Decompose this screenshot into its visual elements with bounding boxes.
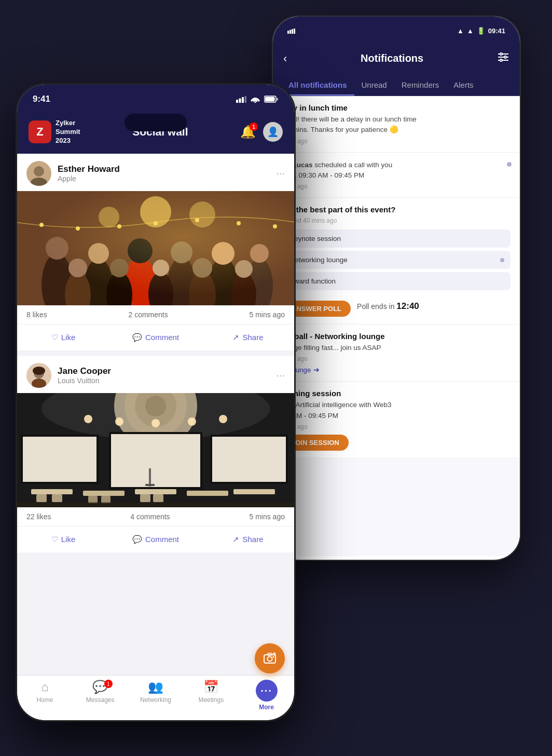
front-phone: 9:41 Z Zylker Summit 2023 Social wall bbox=[16, 83, 296, 722]
unread-dot bbox=[507, 162, 512, 167]
post2-comment-btn[interactable]: 💬 Comment bbox=[109, 532, 202, 547]
wifi-icon: ▲ bbox=[457, 27, 464, 35]
comment-icon-2: 💬 bbox=[132, 535, 142, 544]
heart-icon: ♡ bbox=[51, 333, 58, 342]
svg-point-67 bbox=[84, 415, 92, 423]
svg-rect-82 bbox=[233, 489, 275, 494]
user-avatar-header[interactable]: 👤 bbox=[263, 122, 283, 142]
notification-bell[interactable]: 🔔 1 bbox=[240, 125, 256, 139]
notif4-title: ootball - Networking lounge bbox=[282, 332, 510, 341]
notif4-body: ounge filling fast... join us ASAP bbox=[282, 343, 510, 353]
nav-more-label: More bbox=[259, 704, 274, 711]
svg-point-68 bbox=[115, 417, 123, 426]
svg-point-6 bbox=[500, 59, 502, 61]
svg-rect-81 bbox=[187, 491, 228, 496]
nav-more[interactable]: ··· More bbox=[239, 680, 294, 711]
svg-rect-1 bbox=[289, 30, 291, 34]
post2-share-btn[interactable]: ↗ Share bbox=[202, 532, 294, 547]
notif-lounge: ootball - Networking lounge ounge fillin… bbox=[273, 325, 520, 382]
svg-point-22 bbox=[34, 166, 44, 177]
arrow-icon: ➔ bbox=[313, 366, 320, 374]
post2-comments: 4 comments bbox=[130, 512, 170, 521]
share-label-2: Share bbox=[242, 535, 263, 544]
jane-avatar bbox=[26, 363, 51, 388]
poll-title: hat the best part of this event? bbox=[282, 205, 510, 214]
notification-badge: 1 bbox=[250, 123, 258, 131]
nav-networking-label: Networking bbox=[140, 696, 171, 704]
heart-icon-2: ♡ bbox=[51, 535, 58, 544]
svg-rect-15 bbox=[242, 97, 244, 103]
svg-rect-20 bbox=[277, 98, 278, 101]
nav-meetings[interactable]: 📅 Meetings bbox=[183, 680, 239, 711]
nav-networking[interactable]: 👥 Networking bbox=[128, 680, 184, 711]
notif-delay-lunch: elay in lunch time ar all! there will be… bbox=[273, 96, 520, 153]
svg-rect-83 bbox=[36, 494, 47, 502]
svg-rect-80 bbox=[135, 489, 176, 494]
poll-subtitle: started 40 mins ago bbox=[282, 216, 510, 225]
post2-user-info: Jane Cooper Louis Vuitton bbox=[58, 366, 111, 385]
to-lounge-link[interactable]: to lounge ➔ bbox=[282, 366, 510, 374]
svg-point-60 bbox=[33, 367, 45, 375]
jane-name: Jane Cooper bbox=[58, 366, 111, 376]
back-status-time bbox=[287, 26, 296, 35]
post1-time: 5 mins ago bbox=[250, 310, 285, 319]
post2-likes: 22 likes bbox=[26, 512, 51, 521]
jane-company: Louis Vuitton bbox=[58, 376, 111, 385]
logo-letter: Z bbox=[36, 125, 43, 139]
svg-rect-91 bbox=[17, 502, 294, 507]
poll-option-keynote[interactable]: Keynote session bbox=[282, 230, 510, 248]
post2-header: Jane Cooper Louis Vuitton ··· bbox=[17, 356, 294, 393]
post2-more[interactable]: ··· bbox=[276, 369, 285, 381]
svg-rect-75 bbox=[111, 434, 200, 487]
svg-point-69 bbox=[151, 419, 160, 427]
back-statusbar: ▲ ▲ 🔋 09:41 bbox=[273, 17, 520, 45]
svg-point-17 bbox=[255, 101, 256, 103]
comment-label-2: Comment bbox=[145, 535, 179, 544]
notif5-time: mins ago bbox=[282, 423, 510, 430]
post1-image bbox=[17, 191, 294, 305]
post1-comments: 2 comments bbox=[128, 310, 168, 319]
svg-rect-78 bbox=[31, 489, 73, 494]
poll-option-networking[interactable]: Networking lounge bbox=[282, 251, 510, 269]
camera-fab[interactable] bbox=[255, 643, 285, 673]
tab-reminders[interactable]: Reminders bbox=[394, 75, 447, 96]
post1-comment-btn[interactable]: 💬 Comment bbox=[109, 330, 202, 345]
share-icon-2: ↗ bbox=[232, 535, 239, 544]
post2-user: Jane Cooper Louis Vuitton bbox=[26, 363, 111, 388]
dynamic-island bbox=[125, 114, 187, 131]
svg-rect-88 bbox=[153, 494, 163, 502]
back-phone: ▲ ▲ 🔋 09:41 ‹ Notifications All notifica… bbox=[272, 16, 521, 561]
notif1-time: mins ago bbox=[282, 138, 510, 145]
notif1-title: elay in lunch time bbox=[282, 103, 510, 112]
tab-all-notifications[interactable]: All notifications bbox=[281, 75, 354, 96]
logo-line2: Summit bbox=[56, 128, 80, 137]
nav-messages[interactable]: 💬 1 Messages bbox=[73, 680, 128, 711]
crowd-overlay bbox=[17, 191, 294, 305]
post2-like-btn[interactable]: ♡ Like bbox=[17, 532, 109, 547]
tab-alerts[interactable]: Alerts bbox=[446, 75, 480, 96]
signal-icon: ▲ bbox=[467, 27, 474, 35]
comment-icon: 💬 bbox=[132, 333, 142, 342]
post1-stats: 8 likes 2 comments 5 mins ago bbox=[17, 305, 294, 324]
post1-share-btn[interactable]: ↗ Share bbox=[202, 330, 294, 345]
post2-actions: ♡ Like 💬 Comment ↗ Share bbox=[17, 526, 294, 552]
poll-option-award[interactable]: Award function bbox=[282, 272, 510, 290]
post2-image bbox=[17, 393, 294, 507]
tab-unread[interactable]: Unread bbox=[354, 75, 394, 96]
nav-home-label: Home bbox=[36, 696, 53, 704]
svg-rect-87 bbox=[140, 494, 150, 502]
poll-options: Keynote session Networking lounge Award … bbox=[282, 230, 510, 290]
social-feed[interactable]: Esther Howard Apple ··· bbox=[17, 154, 294, 675]
post1-more[interactable]: ··· bbox=[276, 167, 285, 179]
svg-rect-77 bbox=[212, 437, 286, 482]
nav-home[interactable]: ⌂ Home bbox=[17, 680, 73, 711]
back-arrow[interactable]: ‹ bbox=[283, 52, 287, 65]
back-time-display: 09:41 bbox=[488, 27, 505, 35]
post1-like-btn[interactable]: ♡ Like bbox=[17, 330, 109, 345]
svg-rect-3 bbox=[294, 29, 295, 34]
filter-icon[interactable] bbox=[497, 51, 509, 66]
logo-line3: 2023 bbox=[56, 137, 80, 145]
home-icon: ⌂ bbox=[41, 680, 49, 694]
post1-actions: ♡ Like 💬 Comment ↗ Share bbox=[17, 324, 294, 350]
networking-dot bbox=[500, 258, 504, 262]
